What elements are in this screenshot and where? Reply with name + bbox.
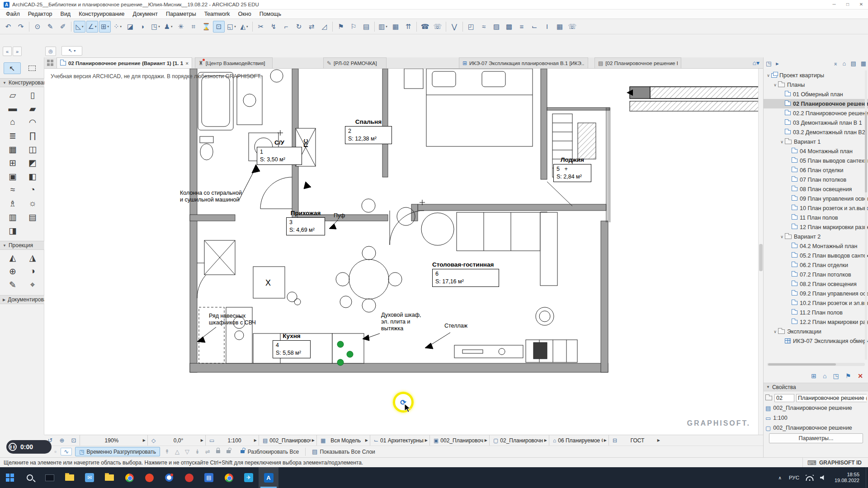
tree-item[interactable]: 11 План полов	[764, 213, 868, 222]
quick-option-8[interactable]: ⌂06 Планируемое С...▶	[549, 435, 609, 446]
tree-item[interactable]: 06.2 План отделки	[764, 260, 868, 270]
palette-tool-0-2[interactable]: ▬	[4, 102, 22, 115]
palette-section-0[interactable]: ▼Конструирование	[0, 78, 44, 87]
toolbar-icon-37[interactable]: ☎	[419, 21, 431, 33]
toolbar-icon-46[interactable]: ≡	[516, 21, 528, 33]
media-app-icon[interactable]	[179, 467, 199, 488]
tree-expand-icon[interactable]: ∨	[765, 73, 771, 78]
show-all-layers-button[interactable]: ▤Показывать Все Слои	[308, 447, 379, 456]
tree-item[interactable]: ∨Проект квартиры	[764, 70, 868, 80]
quick-option-5[interactable]: ⌙01 Архитектурный...▶	[370, 435, 429, 446]
save-app-icon[interactable]: ▤	[199, 467, 219, 488]
palette-tool-1-1[interactable]: ◮	[24, 251, 42, 264]
tab-3[interactable]: ✎[РЛ-02 РАМОЧКА]	[323, 57, 387, 68]
menu-teamwork[interactable]: Teamwork	[200, 11, 234, 17]
wifi-icon[interactable]	[806, 475, 814, 481]
quick-option-3[interactable]: ▤002_Планировочн...▶	[259, 435, 316, 446]
edit-mode-icon-1[interactable]: ▫	[52, 448, 60, 455]
zone-stamp-bedroom[interactable]: Спальня 2S: 12,38 м²	[345, 118, 392, 144]
tree-item[interactable]: 04.2 Монтажный план	[764, 241, 868, 251]
toolbar-icon-23[interactable]: ↯	[268, 21, 279, 33]
tab-1[interactable]: 02 Планировочное решение (Вариант 1) [1.…	[57, 57, 192, 68]
palette-tool-0-14[interactable]: ≈	[4, 183, 22, 197]
arrow-tool-dropdown[interactable]: ↖ ▾	[61, 46, 82, 56]
palette-section-2[interactable]: ▶Документирование	[0, 295, 44, 304]
zoom-control-icon-2[interactable]: ⊡	[68, 437, 80, 444]
tab-close-icon[interactable]: ×	[186, 61, 189, 66]
unlock-icon[interactable]	[226, 450, 231, 453]
toolbar-icon-11[interactable]: ◪	[124, 21, 136, 33]
quick-option-0[interactable]: 190%▶	[80, 435, 147, 446]
menu-конструирование[interactable]: Конструирование	[75, 11, 128, 17]
navigator-mode-icon-3[interactable]: ▦	[859, 60, 868, 67]
toolbar-icon-9[interactable]: ⊞▾	[99, 21, 111, 33]
toolbar-icon-12[interactable]: ◗	[137, 21, 149, 33]
menu-файл[interactable]: Файл	[2, 11, 24, 17]
tree-item[interactable]: 01 Обмерный план	[764, 89, 868, 99]
toolbar-icon-7[interactable]: ◺▾	[74, 21, 85, 33]
tray-chevron-icon[interactable]: ∧	[775, 475, 785, 480]
toolbar-icon-14[interactable]: ♟▾	[162, 21, 174, 33]
palette-tool-1-5[interactable]: ⌖	[24, 278, 42, 291]
arrow-tool[interactable]: ↖	[4, 62, 21, 74]
order-icon-1[interactable]: △	[172, 448, 182, 455]
toolbar-icon-49[interactable]: ▦	[554, 21, 566, 33]
tree-item[interactable]: 10.2 План розеток и эл.выводов	[764, 298, 868, 308]
toolbar-icon-26[interactable]: ⇄	[306, 21, 317, 33]
marquee-tool[interactable]	[24, 62, 41, 74]
tree-item[interactable]: ∨Планы	[764, 80, 868, 89]
toolbar-icon-40[interactable]: ⋁	[448, 21, 460, 33]
pen-set-value[interactable]: 002_Планировочное решение	[773, 425, 852, 431]
edit-mode-icon-2[interactable]: ∿	[61, 448, 72, 455]
tree-item[interactable]: 08.2 План освещения	[764, 279, 868, 289]
toolbar-icon-35[interactable]: ⇈	[402, 21, 414, 33]
navigator-tool-icon-1[interactable]: ▸	[774, 60, 781, 67]
file-explorer-icon[interactable]	[60, 467, 80, 488]
palette-tool-1-2[interactable]: ⊕	[4, 264, 22, 278]
quick-option-4[interactable]: ▦Вся Модель▶	[316, 435, 370, 446]
toolbar-icon-48[interactable]: I	[541, 21, 553, 33]
tree-item[interactable]: ∨Экспликации	[764, 327, 868, 336]
palette-tool-1-3[interactable]: ◑	[24, 264, 42, 278]
view-name-field[interactable]	[796, 394, 867, 402]
tree-item[interactable]: 05.2 План выводов сантехники	[764, 251, 868, 260]
toolbar-icon-19[interactable]: ◱▾	[226, 21, 237, 33]
order-icon-2[interactable]: ▽	[182, 448, 192, 455]
toolbar-icon-50[interactable]: ☏	[566, 21, 578, 33]
palette-tool-0-20[interactable]: ◨	[4, 224, 22, 237]
toolbar-icon-29[interactable]: ⚑	[335, 21, 347, 33]
menu-вид[interactable]: Вид	[57, 11, 75, 17]
palette-tool-0-3[interactable]: ▰	[24, 102, 42, 115]
toolbar-icon-24[interactable]: ⌐	[280, 21, 292, 33]
toolbar-icon-0[interactable]: ↶	[2, 21, 14, 33]
tree-item[interactable]: 10 План розеток и эл.выводов	[764, 203, 868, 213]
navigator-close-icon[interactable]: ✕	[854, 372, 865, 380]
palette-section-1[interactable]: ▼Проекция	[0, 241, 44, 250]
toolbar-icon-47[interactable]: ⌙	[528, 21, 540, 33]
order-icon-0[interactable]: ↟	[162, 448, 172, 455]
suspend-groups-toggle[interactable]: ◳Временно Разгруппировать	[75, 447, 160, 456]
palette-tool-0-17[interactable]: ☼	[24, 197, 42, 210]
tab-layouts-icon[interactable]	[47, 60, 53, 66]
menu-редактор[interactable]: Редактор	[24, 11, 57, 17]
tree-item[interactable]: 09 План управления освещен.	[764, 194, 868, 203]
quick-option-9[interactable]: ⊟ГОСТ▶	[609, 435, 662, 446]
start-button[interactable]	[0, 467, 20, 488]
tree-item[interactable]: 12 План маркировки разверток	[764, 222, 868, 232]
palette-tool-1-0[interactable]: ◭	[4, 251, 22, 264]
tree-item[interactable]: 03.2 Демонтажный план В2	[764, 127, 868, 137]
toolbar-icon-4[interactable]: ✎	[44, 21, 56, 33]
menu-помощь[interactable]: Помощь	[255, 11, 285, 17]
toolbar-icon-43[interactable]: ≈	[478, 21, 490, 33]
lock-icon[interactable]	[216, 450, 220, 453]
palette-tool-0-19[interactable]: ▤	[24, 210, 42, 224]
palette-tool-0-1[interactable]: ▯	[24, 88, 42, 102]
palette-tool-0-9[interactable]: ◫	[24, 142, 42, 156]
toolbar-icon-13[interactable]: ◳▾	[150, 21, 161, 33]
layer-combination-value[interactable]: 002_Планировочное решение	[773, 405, 852, 411]
toolbar-icon-45[interactable]: ▩	[503, 21, 515, 33]
view-id-field[interactable]	[774, 394, 794, 402]
palette-tool-0-0[interactable]: ▱	[4, 88, 22, 102]
menu-параметры[interactable]: Параметры	[162, 11, 200, 17]
palette-tool-0-11[interactable]: ◩	[24, 156, 42, 169]
